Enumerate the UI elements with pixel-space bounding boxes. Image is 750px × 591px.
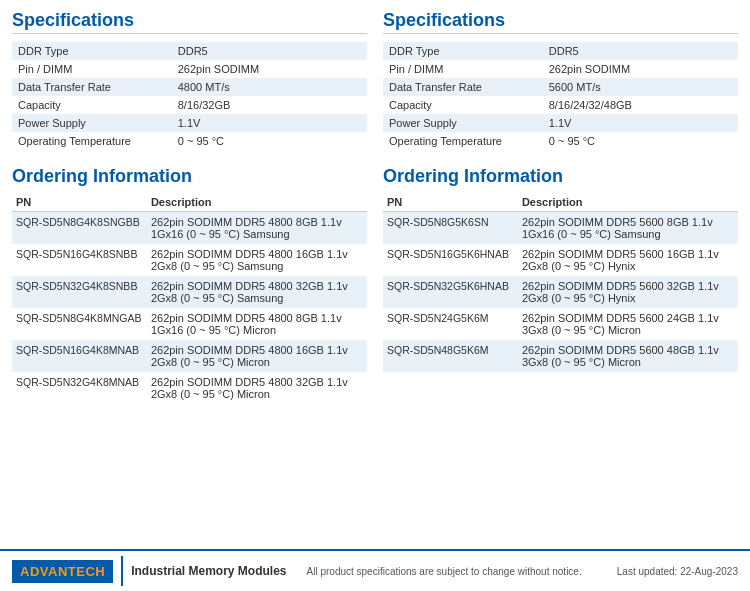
order-pn: SQR-SD5N16G5K6HNAB [383,244,518,276]
spec-value: 262pin SODIMM [172,60,367,78]
table-row: Pin / DIMM262pin SODIMM [383,60,738,78]
order-pn: SQR-SD5N16G4K8SNBB [12,244,147,276]
spec-value: 4800 MT/s [172,78,367,96]
logo-highlight: V [40,564,48,579]
order-desc: 262pin SODIMM DDR5 4800 16GB 1.1v 2Gx8 (… [147,340,367,372]
list-item: SQR-SD5N8G5K6SN262pin SODIMM DDR5 5600 8… [383,212,738,245]
spec-value: 8/16/32GB [172,96,367,114]
spec-value: 0 ~ 95 °C [172,132,367,150]
right-ordering-title: Ordering Information [383,166,738,187]
list-item: SQR-SD5N48G5K6M262pin SODIMM DDR5 5600 4… [383,340,738,372]
spec-value: DDR5 [543,42,738,60]
spec-label: Power Supply [383,114,543,132]
order-pn: SQR-SD5N16G4K8MNAB [12,340,147,372]
order-pn: SQR-SD5N32G4K8MNAB [12,372,147,404]
footer-brand: ADVANTECH [12,560,113,583]
right-column: Specifications DDR TypeDDR5Pin / DIMM262… [383,10,738,404]
table-row: Operating Temperature0 ~ 95 °C [12,132,367,150]
left-specs-title: Specifications [12,10,367,34]
spec-value: 8/16/24/32/48GB [543,96,738,114]
spec-value: 1.1V [543,114,738,132]
footer-note: All product specifications are subject t… [307,566,617,577]
table-row: DDR TypeDDR5 [383,42,738,60]
spec-value: 1.1V [172,114,367,132]
order-desc: 262pin SODIMM DDR5 4800 16GB 1.1v 2Gx8 (… [147,244,367,276]
footer-logo: ADVANTECH [12,560,113,583]
right-desc-header: Description [518,193,738,212]
left-desc-header: Description [147,193,367,212]
order-desc: 262pin SODIMM DDR5 4800 32GB 1.1v 2Gx8 (… [147,276,367,308]
table-row: DDR TypeDDR5 [12,42,367,60]
spec-label: Data Transfer Rate [12,78,172,96]
spec-label: Power Supply [12,114,172,132]
spec-value: 0 ~ 95 °C [543,132,738,150]
footer-date: Last updated: 22-Aug-2023 [617,566,738,577]
list-item: SQR-SD5N32G5K6HNAB262pin SODIMM DDR5 560… [383,276,738,308]
right-specs-table: DDR TypeDDR5Pin / DIMM262pin SODIMMData … [383,42,738,150]
spec-label: DDR Type [12,42,172,60]
table-row: Power Supply1.1V [12,114,367,132]
right-pn-header: PN [383,193,518,212]
footer-divider [121,556,123,586]
list-item: SQR-SD5N8G4K8MNGAB262pin SODIMM DDR5 480… [12,308,367,340]
spec-label: Operating Temperature [12,132,172,150]
spec-label: DDR Type [383,42,543,60]
order-desc: 262pin SODIMM DDR5 4800 8GB 1.1v 1Gx16 (… [147,308,367,340]
spec-label: Pin / DIMM [383,60,543,78]
footer: ADVANTECH Industrial Memory Modules All … [0,549,750,591]
spec-value: 5600 MT/s [543,78,738,96]
order-desc: 262pin SODIMM DDR5 5600 8GB 1.1v 1Gx16 (… [518,212,738,245]
order-pn: SQR-SD5N8G5K6SN [383,212,518,245]
table-row: Pin / DIMM262pin SODIMM [12,60,367,78]
table-row: Power Supply1.1V [383,114,738,132]
spec-label: Capacity [383,96,543,114]
spec-value: 262pin SODIMM [543,60,738,78]
spec-value: DDR5 [172,42,367,60]
order-desc: 262pin SODIMM DDR5 5600 16GB 1.1v 2Gx8 (… [518,244,738,276]
list-item: SQR-SD5N16G5K6HNAB262pin SODIMM DDR5 560… [383,244,738,276]
list-item: SQR-SD5N32G4K8SNBB262pin SODIMM DDR5 480… [12,276,367,308]
list-item: SQR-SD5N16G4K8MNAB262pin SODIMM DDR5 480… [12,340,367,372]
order-pn: SQR-SD5N8G4K8MNGAB [12,308,147,340]
order-pn: SQR-SD5N48G5K6M [383,340,518,372]
table-row: Operating Temperature0 ~ 95 °C [383,132,738,150]
table-row: Capacity8/16/24/32/48GB [383,96,738,114]
list-item: SQR-SD5N16G4K8SNBB262pin SODIMM DDR5 480… [12,244,367,276]
footer-tagline: Industrial Memory Modules [131,564,286,578]
left-pn-header: PN [12,193,147,212]
left-specs-table: DDR TypeDDR5Pin / DIMM262pin SODIMMData … [12,42,367,150]
right-specs-title: Specifications [383,10,738,34]
spec-label: Pin / DIMM [12,60,172,78]
spec-label: Data Transfer Rate [383,78,543,96]
list-item: SQR-SD5N24G5K6M262pin SODIMM DDR5 5600 2… [383,308,738,340]
order-pn: SQR-SD5N32G5K6HNAB [383,276,518,308]
order-desc: 262pin SODIMM DDR5 4800 32GB 1.1v 2Gx8 (… [147,372,367,404]
order-desc: 262pin SODIMM DDR5 4800 8GB 1.1v 1Gx16 (… [147,212,367,245]
list-item: SQR-SD5N8G4K8SNGBB262pin SODIMM DDR5 480… [12,212,367,245]
order-desc: 262pin SODIMM DDR5 5600 32GB 1.1v 2Gx8 (… [518,276,738,308]
table-row: Data Transfer Rate5600 MT/s [383,78,738,96]
right-ordering-table: PN Description SQR-SD5N8G5K6SN262pin SOD… [383,193,738,372]
list-item: SQR-SD5N32G4K8MNAB262pin SODIMM DDR5 480… [12,372,367,404]
table-row: Data Transfer Rate4800 MT/s [12,78,367,96]
left-ordering-table: PN Description SQR-SD5N8G4K8SNGBB262pin … [12,193,367,404]
order-pn: SQR-SD5N24G5K6M [383,308,518,340]
left-column: Specifications DDR TypeDDR5Pin / DIMM262… [12,10,367,404]
order-desc: 262pin SODIMM DDR5 5600 24GB 1.1v 3Gx8 (… [518,308,738,340]
spec-label: Operating Temperature [383,132,543,150]
logo-text: ADVANTECH [20,564,105,579]
main-content: Specifications DDR TypeDDR5Pin / DIMM262… [0,0,750,454]
left-ordering-title: Ordering Information [12,166,367,187]
order-pn: SQR-SD5N32G4K8SNBB [12,276,147,308]
order-desc: 262pin SODIMM DDR5 5600 48GB 1.1v 3Gx8 (… [518,340,738,372]
spec-label: Capacity [12,96,172,114]
order-pn: SQR-SD5N8G4K8SNGBB [12,212,147,245]
table-row: Capacity8/16/32GB [12,96,367,114]
